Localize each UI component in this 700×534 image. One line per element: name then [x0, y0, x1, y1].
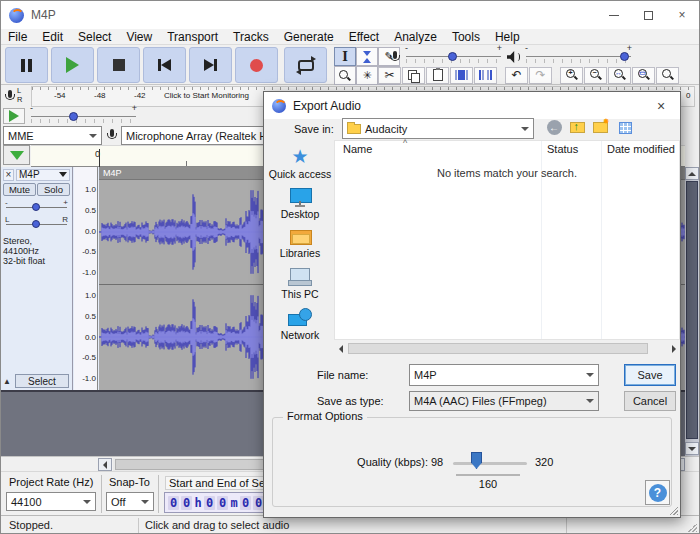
audio-host-select[interactable]: MME — [3, 126, 102, 145]
scroll-left-button[interactable] — [98, 458, 112, 471]
play-speed-slider[interactable]: - + — [31, 110, 136, 124]
play-speed-thumb[interactable] — [69, 112, 78, 121]
redo-button[interactable]: ↷ — [529, 67, 552, 84]
help-icon: ? — [649, 484, 667, 502]
sidebar-item-desktop[interactable]: Desktop — [268, 188, 332, 228]
column-status[interactable]: Status — [547, 143, 578, 155]
solo-button[interactable]: Solo — [37, 183, 70, 196]
save-button[interactable]: Save — [624, 364, 676, 386]
audacity-logo-icon — [272, 99, 286, 113]
slider-min-label: - — [525, 43, 528, 53]
menu-tracks[interactable]: Tracks — [233, 30, 269, 44]
menu-effect[interactable]: Effect — [349, 30, 379, 44]
places-sidebar: ★ Quick access Desktop Libraries This PC… — [268, 148, 332, 348]
menu-transport[interactable]: Transport — [167, 30, 218, 44]
copy-button[interactable] — [402, 67, 425, 84]
views-menu-button[interactable] — [613, 118, 640, 137]
menu-edit[interactable]: Edit — [42, 30, 63, 44]
cancel-button[interactable]: Cancel — [624, 391, 676, 411]
playback-volume-slider[interactable]: - + — [526, 50, 631, 64]
vertical-scrollbar[interactable] — [685, 167, 699, 456]
zoom-out-button[interactable]: − — [584, 67, 607, 84]
recording-volume-thumb[interactable] — [448, 52, 457, 61]
silence-button[interactable] — [474, 67, 497, 84]
menu-select[interactable]: Select — [78, 30, 111, 44]
views-grid-icon — [619, 122, 632, 134]
column-date-modified[interactable]: Date modified — [607, 143, 675, 155]
pan-slider[interactable]: L R — [3, 215, 70, 230]
fit-selection-button[interactable]: ↔ — [608, 67, 631, 84]
sidebar-item-libraries[interactable]: Libraries — [268, 228, 332, 268]
vertical-scroll-thumb[interactable] — [686, 181, 698, 439]
envelope-tool-button[interactable] — [356, 47, 378, 66]
file-list-hscrollbar[interactable] — [334, 342, 680, 355]
new-folder-button[interactable] — [590, 118, 610, 137]
skip-end-button[interactable] — [189, 47, 232, 83]
list-scroll-thumb[interactable] — [348, 343, 648, 354]
playback-volume-thumb[interactable] — [620, 52, 629, 61]
vertical-scale-ruler[interactable]: 1.00.50.0-0.5-1.0 1.00.50.0-0.5-1.0 — [74, 167, 98, 390]
help-button[interactable]: ? — [645, 480, 670, 505]
timeline-pin-button[interactable] — [3, 145, 30, 165]
collapse-track-button[interactable]: ▲ — [3, 377, 11, 386]
fit-project-button[interactable]: ▭ — [632, 67, 655, 84]
close-button[interactable]: × — [665, 1, 699, 29]
menu-analyze[interactable]: Analyze — [394, 30, 437, 44]
column-name[interactable]: Name — [343, 143, 372, 155]
back-button[interactable]: ← — [544, 118, 564, 137]
save-as-type-select[interactable]: M4A (AAC) Files (FFmpeg) — [409, 391, 599, 411]
list-scroll-left-button[interactable] — [334, 342, 347, 355]
sidebar-item-quick-access[interactable]: ★ Quick access — [268, 148, 332, 188]
quality-slider-thumb[interactable] — [471, 452, 482, 469]
zoom-toggle-button[interactable] — [656, 67, 679, 84]
project-rate-select[interactable]: 44100 — [6, 492, 96, 511]
mute-button[interactable]: Mute — [3, 183, 36, 196]
file-list-header: Name ^ Status Date modified — [335, 141, 679, 159]
selection-tool-button[interactable]: I — [334, 47, 356, 66]
dialog-close-button[interactable]: × — [646, 92, 676, 119]
recording-volume-slider[interactable]: - + — [406, 50, 501, 64]
zoom-tool-button[interactable] — [334, 66, 356, 85]
stop-button[interactable] — [97, 47, 140, 83]
list-scroll-right-button[interactable] — [667, 342, 680, 355]
menu-generate[interactable]: Generate — [284, 30, 334, 44]
resize-grip[interactable] — [688, 523, 697, 532]
track-close-button[interactable]: × — [3, 169, 14, 181]
record-button[interactable] — [235, 47, 278, 83]
save-in-select[interactable]: Audacity — [342, 118, 534, 139]
scroll-down-button[interactable] — [685, 442, 699, 455]
paste-button[interactable] — [426, 67, 449, 84]
undo-button[interactable]: ↶ — [505, 67, 528, 84]
file-name-input[interactable]: M4P — [409, 364, 599, 386]
snap-to-select[interactable]: Off — [106, 492, 154, 511]
gain-thumb[interactable] — [32, 203, 40, 211]
loop-button[interactable] — [284, 47, 327, 83]
play-button[interactable] — [51, 47, 94, 83]
menu-help[interactable]: Help — [495, 30, 520, 44]
dialog-resize-grip[interactable] — [669, 506, 678, 515]
track-select-button[interactable]: Select — [15, 374, 69, 388]
gain-slider[interactable]: - + — [3, 198, 70, 213]
file-list[interactable]: Name ^ Status Date modified No items mat… — [334, 140, 680, 340]
track-name[interactable]: M4P — [16, 169, 70, 181]
up-one-level-button[interactable] — [567, 118, 587, 137]
menu-file[interactable]: File — [8, 30, 27, 44]
maximize-button[interactable] — [631, 1, 665, 29]
menu-view[interactable]: View — [126, 30, 152, 44]
play-at-speed-button[interactable] — [3, 108, 25, 124]
pause-button[interactable] — [5, 47, 48, 83]
trim-button[interactable] — [450, 67, 473, 84]
empty-list-message: No items match your search. — [335, 167, 679, 179]
skip-start-button[interactable] — [143, 47, 186, 83]
scroll-up-button[interactable] — [685, 167, 699, 180]
sidebar-item-network[interactable]: Network — [268, 308, 332, 348]
zoom-in-button[interactable]: + — [560, 67, 583, 84]
quality-slider[interactable] — [453, 462, 527, 465]
minimize-button[interactable] — [597, 1, 631, 29]
sidebar-item-this-pc[interactable]: This PC — [268, 268, 332, 308]
menu-tools[interactable]: Tools — [452, 30, 480, 44]
multi-tool-button[interactable]: ✳ — [356, 66, 378, 85]
record-icon — [250, 59, 263, 72]
cut-button[interactable]: ✂ — [378, 67, 401, 84]
pan-thumb[interactable] — [32, 220, 40, 228]
